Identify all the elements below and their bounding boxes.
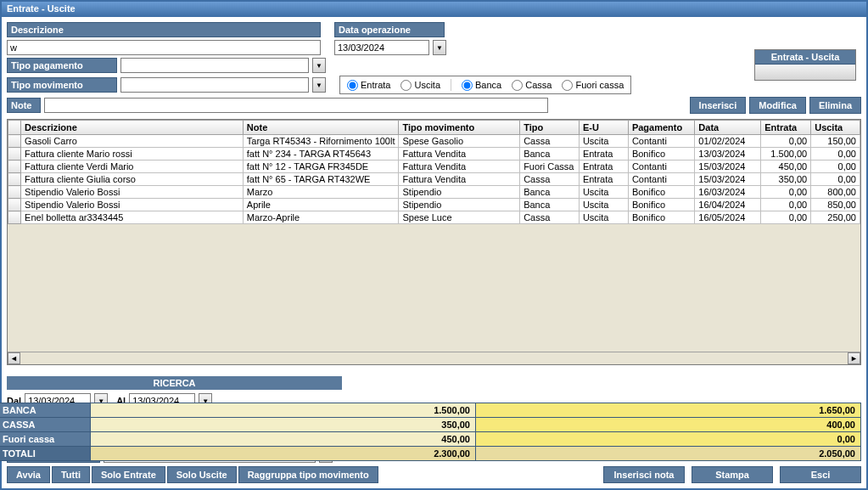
table-cell: 350,00 xyxy=(761,173,811,186)
radio-uscita[interactable]: Uscita xyxy=(400,80,440,91)
radio-cassa[interactable]: Cassa xyxy=(512,80,552,91)
scroll-right-button[interactable]: ► xyxy=(848,352,860,364)
tipo-pagamento-combo[interactable] xyxy=(120,58,309,73)
table-cell: Contanti xyxy=(628,161,694,173)
inserisci-button[interactable]: Inserisci xyxy=(690,97,747,114)
table-row[interactable]: Fattura cliente Mario rossifatt N° 234 -… xyxy=(8,148,860,161)
horizontal-scrollbar[interactable]: ◄ ► xyxy=(8,352,860,364)
col-header[interactable]: Pagamento xyxy=(628,121,694,135)
table-cell: 0,00 xyxy=(761,135,811,148)
totals-totali-label: TOTALI xyxy=(0,447,91,461)
tipo-pagamento-dropdown[interactable] xyxy=(312,58,326,73)
totals-table: BANCA1.500,001.650,00 CASSA350,00400,00 … xyxy=(0,403,861,461)
totals-totali-e: 2.300,00 xyxy=(91,447,476,461)
table-cell: Fattura cliente Mario rossi xyxy=(21,148,244,161)
data-table-wrap: DescrizioneNoteTipo movimentoTipoE-UPaga… xyxy=(7,119,861,365)
col-header[interactable]: Tipo movimento xyxy=(399,121,520,135)
scroll-left-button[interactable]: ◄ xyxy=(8,352,20,364)
modifica-button[interactable]: Modifica xyxy=(749,97,806,114)
row-selector[interactable] xyxy=(8,161,21,173)
table-cell: Cassa xyxy=(520,173,580,186)
table-row[interactable]: Fattura cliente Giulia corsofatt N° 65 -… xyxy=(8,173,860,186)
data-operazione-label: Data operazione xyxy=(334,22,445,37)
tutti-button[interactable]: Tutti xyxy=(52,466,90,483)
raggruppa-button[interactable]: Raggruppa tipo movimento xyxy=(238,466,378,483)
table-cell: Fuori Cassa xyxy=(520,161,580,173)
table-cell: 15/03/2024 xyxy=(695,161,761,173)
table-cell: Entrata xyxy=(579,161,628,173)
table-row[interactable]: Stipendio Valerio BossiAprileStipendioBa… xyxy=(8,199,860,211)
table-row[interactable]: Gasoli CarroTarga RT45343 - Rifornimento… xyxy=(8,135,860,148)
tipo-movimento-combo[interactable] xyxy=(120,77,309,93)
table-cell: 16/04/2024 xyxy=(695,199,761,211)
table-cell: Marzo-Aprile xyxy=(243,211,399,224)
elimina-button[interactable]: Elimina xyxy=(809,97,861,114)
table-cell: Enel bolletta ar3343445 xyxy=(21,211,244,224)
totals-totali-u: 2.050,00 xyxy=(476,447,861,461)
totals-fuori-u: 0,00 xyxy=(476,432,861,447)
solo-uscite-button[interactable]: Solo Uscite xyxy=(167,466,237,483)
table-cell: Contanti xyxy=(628,135,694,148)
table-row[interactable]: Enel bolletta ar3343445Marzo-AprileSpese… xyxy=(8,211,860,224)
solo-entrate-button[interactable]: Solo Entrate xyxy=(92,466,165,483)
table-cell: Stipendio xyxy=(399,186,520,199)
table-cell: Banca xyxy=(520,148,580,161)
note-input[interactable] xyxy=(44,98,548,113)
radio-fuori-cassa[interactable]: Fuori cassa xyxy=(562,80,624,91)
table-row[interactable]: Fattura cliente Verdi Mariofatt N° 12 - … xyxy=(8,161,860,173)
col-header[interactable]: Note xyxy=(243,121,399,135)
tipo-movimento-dropdown[interactable] xyxy=(312,77,326,93)
radio-entrata[interactable]: Entrata xyxy=(347,80,390,91)
table-cell: fatt N° 65 - TARGA RT432WE xyxy=(243,173,399,186)
table-cell: 13/03/2024 xyxy=(695,148,761,161)
table-cell: Fattura Vendita xyxy=(399,148,520,161)
table-cell: 0,00 xyxy=(761,186,811,199)
row-selector[interactable] xyxy=(8,186,21,199)
col-header[interactable]: Descrizione xyxy=(21,121,244,135)
table-cell: fatt N° 234 - TARGA RT45643 xyxy=(243,148,399,161)
table-cell: 15/03/2024 xyxy=(695,173,761,186)
table-cell: Fattura cliente Giulia corso xyxy=(21,173,244,186)
row-selector[interactable] xyxy=(8,135,21,148)
totals-banca-u: 1.650,00 xyxy=(476,403,861,418)
ricerca-header: RICERCA xyxy=(7,376,342,390)
col-header[interactable]: Entrata xyxy=(761,121,811,135)
table-cell: 1.500,00 xyxy=(761,148,811,161)
data-operazione-dropdown[interactable] xyxy=(433,40,446,55)
stampa-button[interactable]: Stampa xyxy=(692,466,773,483)
col-header[interactable]: E-U xyxy=(579,121,628,135)
row-selector[interactable] xyxy=(8,211,21,224)
descrizione-input[interactable] xyxy=(7,40,321,55)
table-cell: Stipendio xyxy=(399,199,520,211)
radio-banca[interactable]: Banca xyxy=(462,80,501,91)
entrata-uscita-body xyxy=(755,65,855,80)
row-selector-header xyxy=(8,121,21,135)
table-cell: Bonifico xyxy=(628,199,694,211)
table-cell: 800,00 xyxy=(811,186,860,199)
data-operazione-input[interactable] xyxy=(334,40,429,55)
col-header[interactable]: Tipo xyxy=(520,121,580,135)
avvia-button[interactable]: Avvia xyxy=(7,466,50,483)
table-cell: Spese Gasolio xyxy=(399,135,520,148)
table-cell: Uscita xyxy=(579,135,628,148)
row-selector[interactable] xyxy=(8,173,21,186)
table-cell: Bonifico xyxy=(628,148,694,161)
table-cell: 250,00 xyxy=(811,211,860,224)
table-row[interactable]: Stipendio Valerio BossiMarzoStipendioBan… xyxy=(8,186,860,199)
row-selector[interactable] xyxy=(8,148,21,161)
col-header[interactable]: Data xyxy=(695,121,761,135)
col-header[interactable]: Uscita xyxy=(811,121,860,135)
row-selector[interactable] xyxy=(8,199,21,211)
inserisci-nota-button[interactable]: Inserisci nota xyxy=(603,466,685,483)
table-cell: 0,00 xyxy=(811,148,860,161)
totals-cassa-u: 400,00 xyxy=(476,418,861,432)
table-cell: Targa RT45343 - Rifornimento 100lt xyxy=(243,135,399,148)
radio-group-top: Entrata Uscita Banca Cassa Fuori cassa xyxy=(339,76,631,94)
table-cell: Stipendio Valerio Bossi xyxy=(21,186,244,199)
table-cell: 150,00 xyxy=(811,135,860,148)
esci-button[interactable]: Esci xyxy=(780,466,861,483)
table-cell: Bonifico xyxy=(628,211,694,224)
table-cell: Entrata xyxy=(579,148,628,161)
table-cell: Banca xyxy=(520,186,580,199)
totals-banca-e: 1.500,00 xyxy=(91,403,476,418)
